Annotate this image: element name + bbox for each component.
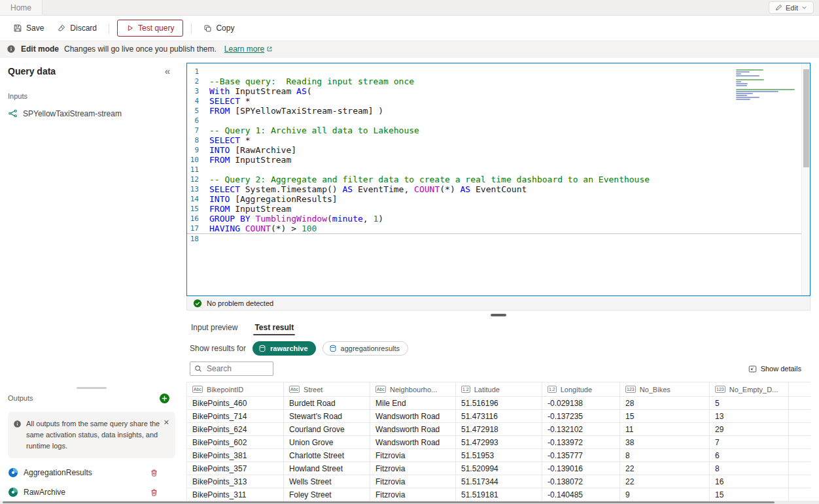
code-line: 12-- Query 2: Aggregate and filter data … [187,175,810,184]
search-box[interactable] [190,361,273,376]
table-cell: Fitzrovia [370,449,456,462]
table-cell: -0.029138 [542,397,620,410]
code-line: 13SELECT System.Timestamp() AS EventTime… [187,184,810,194]
line-number: 8 [187,135,209,145]
table-cell: 51.516196 [456,397,542,410]
pill-rawarchive[interactable]: rawarchive [253,341,315,356]
delete-output-icon[interactable] [150,469,158,477]
test-query-button[interactable]: Test query [117,20,183,37]
column-type-icon: Abc [192,386,203,393]
column-header: 1.2Longitude [542,382,620,397]
table-cell: BikePoints_624 [187,423,284,436]
table-row: BikePoints_313Wells StreetFitzrovia51.51… [187,475,811,488]
eventhouse-output-icon [8,467,18,478]
column-type-icon: 1.2 [548,386,557,393]
table-cell: Wells Street [284,475,370,488]
query-editor[interactable]: 12--Base query: Reading input stream onc… [186,63,810,296]
table-row: BikePoints_624Courland GroveWandsworth R… [187,423,811,436]
table-cell: BikePoints_381 [187,449,284,462]
copy-button[interactable]: Copy [197,20,241,37]
column-header: AbcNeighbourho... [370,382,456,397]
inputs-section-label: Inputs [8,92,175,100]
line-number: 15 [187,204,209,214]
copy-icon [203,24,212,33]
table-cell: BikePoints_311 [187,488,284,501]
pill-label: rawarchive [270,344,307,352]
save-icon [13,24,22,33]
save-button[interactable]: Save [7,20,50,37]
code-line: 10FROM InputStream [187,155,810,165]
info-icon [7,44,16,54]
output-item-label: AggregationResults [24,468,92,477]
discard-button[interactable]: Discard [50,20,103,37]
table-cell: Fitzrovia [370,488,456,501]
save-label: Save [26,24,44,33]
add-output-icon[interactable] [159,393,170,404]
line-number: 10 [187,155,209,165]
table-cell: -0.139016 [542,462,620,475]
pill-aggregationresults[interactable]: aggregationresults [322,341,409,356]
sidebar-spacer [8,118,175,387]
collapse-panel-icon[interactable]: « [165,65,175,76]
line-number: 11 [187,165,209,175]
tab-home[interactable]: Home [0,0,43,15]
code-line: 5FROM [SPYellowTaxiStream-stream] ) [187,106,810,116]
line-number: 3 [187,86,209,96]
minimap[interactable] [736,67,798,103]
code-line: 2--Base query: Reading input stream once [187,76,810,86]
table-cell: 38 [620,436,710,449]
discard-icon [57,24,66,33]
editor-scrollbar [801,63,810,295]
input-item[interactable]: SPYellowTaxiStream-stream [8,109,175,118]
table-cell: -0.133972 [542,436,620,449]
code-line: 6 [187,116,810,126]
code-line: 15FROM InputStream [187,204,810,214]
column-header: AbcStreet [284,382,370,397]
table-cell: 15 [620,410,710,423]
show-results-label: Show results for [190,344,246,353]
table-cell: -0.137235 [542,410,620,423]
table-cell: 13 [710,410,789,423]
top-bar: Home Edit [0,0,819,16]
line-number: 1 [187,67,209,76]
test-query-label: Test query [138,24,174,33]
code-line: 7-- Query 1: Archive all data to Lakehou… [187,126,810,135]
code-line: 9INTO [RawArchive] [187,145,810,155]
table-cell: -0.135777 [542,449,620,462]
column-type-icon: 123 [625,386,636,393]
table-cell: 51.520994 [456,462,542,475]
banner-title: Edit mode [21,44,59,54]
sidebar-splitter-handle[interactable] [77,387,107,389]
table-cell: 51.472993 [456,436,542,449]
line-number: 9 [187,145,209,155]
table-cell: Fitzrovia [370,462,456,475]
search-input[interactable] [205,363,269,374]
chevron-down-icon [801,5,807,10]
horizontal-scrollbar-thumb[interactable] [3,501,775,503]
check-circle-icon [193,299,202,308]
code-line: 4SELECT * [187,96,810,106]
show-details-toggle[interactable]: Show details [748,365,801,373]
tab-test-result[interactable]: Test result [253,320,295,337]
callout-text: All outputs from the same query share th… [26,418,161,452]
table-cell: BikePoints_602 [187,436,284,449]
code-line: 1 [187,67,810,76]
code-lines: 12--Base query: Reading input stream onc… [187,63,810,243]
editor-scrollbar-thumb[interactable] [803,69,809,167]
code-line: 17HAVING COUNT(*) > 100 [187,224,810,233]
table-cell: Stewart's Road [284,410,370,423]
learn-more-link[interactable]: Learn more [224,44,273,54]
table-cell: 51.517344 [456,475,542,488]
lakehouse-output-icon [8,487,18,497]
output-item[interactable]: RawArchive [8,487,175,497]
delete-output-icon[interactable] [150,488,158,497]
code-line: 16GROUP BY TumblingWindow(minute, 1) [187,214,810,224]
table-cell: -0.132102 [542,423,620,436]
output-item[interactable]: AggregationResults [8,467,175,478]
editor-status-bar: No problem detected [186,296,810,311]
edit-button[interactable]: Edit [769,1,814,14]
tab-input-preview[interactable]: Input preview [190,320,239,337]
table-cell: 28 [620,397,710,410]
close-icon[interactable]: ✕ [164,417,169,428]
splitter-handle[interactable] [491,314,506,316]
